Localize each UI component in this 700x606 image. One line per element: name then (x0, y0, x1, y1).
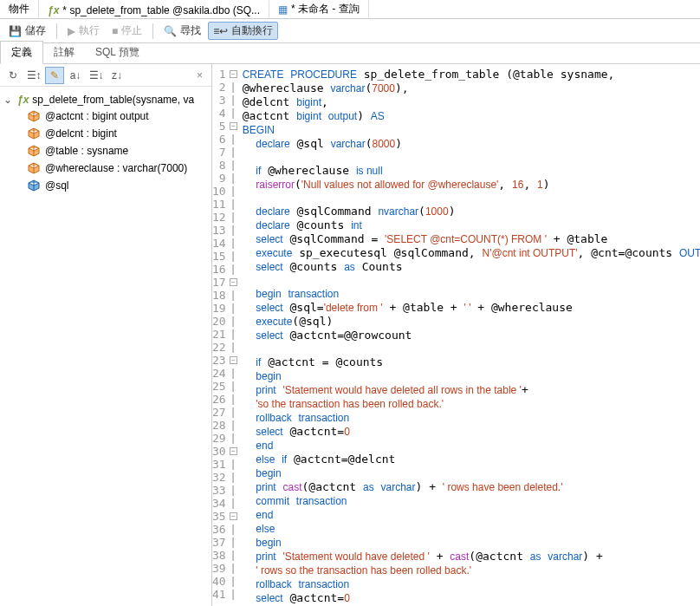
stop-icon: ■ (112, 25, 118, 37)
stop-label: 停止 (121, 23, 142, 38)
refresh-button[interactable]: ↻ (3, 67, 23, 84)
code-editor[interactable]: 1 2 3 4 5 6 7 8 9 10 11 12 13 14 15 16 1… (212, 64, 700, 606)
outline-toolbar: ↻ ☰↕ ✎ a↓ ☰↓ z↓ × (0, 64, 211, 87)
save-icon: 💾 (9, 25, 22, 37)
tree-item-label: @sql (45, 179, 69, 192)
line-number-gutter: 1 2 3 4 5 6 7 8 9 10 11 12 13 14 15 16 1… (212, 64, 230, 606)
tab-definition[interactable]: 定義 (0, 41, 43, 64)
cube-icon (28, 162, 40, 174)
wrap-icon: ≡↩ (213, 25, 228, 37)
tab-query-label: * 未命名 - 查詢 (291, 2, 360, 16)
highlight-button[interactable]: ✎ (45, 67, 64, 84)
play-icon: ▶ (68, 25, 75, 37)
find-label: 尋找 (180, 23, 201, 38)
tree-root[interactable]: ⌄ ƒx sp_delete_from_table(sysname, va (3, 92, 208, 108)
tree-item[interactable]: @sql (28, 177, 208, 194)
tab-sql-preview[interactable]: SQL 預覽 (85, 42, 150, 63)
cube-icon (28, 179, 40, 192)
outline-tree: ⌄ ƒx sp_delete_from_table(sysname, va @a… (0, 87, 211, 606)
cube-icon (28, 127, 40, 140)
run-label: 執行 (79, 23, 100, 38)
outline-sidebar: ↻ ☰↕ ✎ a↓ ☰↓ z↓ × ⌄ ƒx sp_delete_from_ta… (0, 64, 212, 606)
title-tab-strip: 物件 ƒx * sp_delete_from_table @sakila.dbo… (0, 0, 700, 19)
tree-item[interactable]: @table : sysname (28, 142, 208, 160)
collapse-button[interactable]: ☰↕ (24, 67, 43, 84)
fx-icon: ƒx (48, 4, 59, 16)
run-button[interactable]: ▶ 執行 (62, 22, 105, 40)
fx-icon: ƒx (17, 94, 29, 106)
fold-toggle[interactable]: − (230, 512, 237, 520)
tree-item[interactable]: @delcnt : bigint (28, 125, 208, 142)
tree-root-label: sp_delete_from_table(sysname, va (32, 94, 194, 106)
body-split: ↻ ☰↕ ✎ a↓ ☰↓ z↓ × ⌄ ƒx sp_delete_from_ta… (0, 64, 700, 606)
tree-item[interactable]: @actcnt : bigint output (28, 108, 208, 125)
main-toolbar: 💾 儲存 ▶ 執行 ■ 停止 🔍 尋找 ≡↩ 自動換行 (0, 19, 700, 43)
tree-item-label: @delcnt : bigint (45, 127, 117, 140)
find-button[interactable]: 🔍 尋找 (159, 22, 206, 40)
chevron-down-icon: ⌄ (3, 94, 14, 106)
tab-procedure-label: * sp_delete_from_table @sakila.dbo (SQ..… (62, 4, 260, 16)
wrap-label: 自動換行 (231, 23, 273, 38)
fold-toggle[interactable]: − (230, 447, 237, 455)
table-icon: ▦ (278, 3, 288, 16)
tab-objects[interactable]: 物件 (0, 0, 39, 18)
fold-toggle[interactable]: − (230, 356, 237, 364)
tree-item-label: @whereclause : varchar(7000) (45, 162, 187, 174)
panel-tab-strip: 定義 註解 SQL 預覽 (0, 43, 700, 64)
tree-item-label: @table : sysname (45, 145, 128, 157)
code-area[interactable]: CREATE PROCEDURE sp_delete_from_table (@… (237, 64, 700, 606)
stop-button[interactable]: ■ 停止 (107, 22, 147, 40)
separator (56, 23, 57, 39)
close-panel-button[interactable]: × (191, 69, 208, 81)
tree-item[interactable]: @whereclause : varchar(7000) (28, 160, 208, 177)
cube-icon (28, 110, 40, 122)
tab-query[interactable]: ▦ * 未命名 - 查詢 (269, 0, 369, 18)
save-button[interactable]: 💾 儲存 (3, 22, 51, 40)
wrap-button[interactable]: ≡↩ 自動換行 (208, 22, 278, 40)
save-label: 儲存 (25, 23, 46, 38)
fold-gutter[interactable]: −|||−|||||||||||−|||||−||||||−||||−|||||… (230, 64, 237, 606)
search-icon: 🔍 (164, 25, 177, 37)
tab-comment[interactable]: 註解 (43, 42, 85, 63)
tree-items: @actcnt : bigint output@delcnt : bigint@… (3, 108, 208, 194)
separator (152, 23, 153, 39)
tree-item-label: @actcnt : bigint output (45, 110, 149, 122)
fold-toggle[interactable]: − (230, 278, 237, 286)
sort-asc-button[interactable]: a↓ (66, 67, 85, 84)
tab-procedure[interactable]: ƒx * sp_delete_from_table @sakila.dbo (S… (39, 0, 269, 18)
fold-toggle[interactable]: − (230, 70, 237, 78)
sort-group-button[interactable]: ☰↓ (87, 67, 106, 84)
fold-toggle[interactable]: − (230, 122, 237, 130)
sort-desc-button[interactable]: z↓ (107, 67, 126, 84)
cube-icon (28, 145, 40, 157)
